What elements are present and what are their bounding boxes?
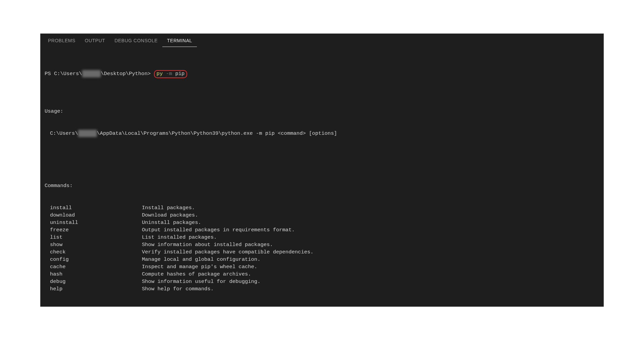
command-row-name: cache [45,263,142,270]
tab-debug-console[interactable]: DEBUG CONSOLE [110,35,162,47]
command-row-desc: Show information useful for debugging. [142,278,599,285]
command-row-desc: Compute hashes of package archives. [142,270,599,278]
command-row: helpShow help for commands. [45,285,599,293]
command-row-desc: Output installed packages in requirement… [142,226,599,234]
command-row-name: show [45,241,142,248]
tab-output[interactable]: OUTPUT [80,35,110,47]
command-row-name: download [45,212,142,219]
command-row-name: list [45,234,142,241]
command-row: configManage local and global configurat… [45,256,599,263]
command-row-desc: Uninstall packages. [142,219,599,226]
command-row-desc: Manage local and global configuration. [142,256,599,263]
cmd-m-flag: -m [163,71,175,77]
command-row: hashCompute hashes of package archives. [45,270,599,278]
redacted-username-2: ██████ [78,130,97,137]
usage-header: Usage: [45,108,599,115]
tab-problems[interactable]: PROBLEMS [43,35,80,47]
command-row-desc: Verify installed packages have compatibl… [142,248,599,256]
prompt-line: PS C:\Users\██████\Desktop\Python> py -m… [45,70,599,78]
command-row-desc: Install packages. [142,204,599,212]
tab-terminal[interactable]: TERMINAL [162,35,197,47]
command-row: showShow information about installed pac… [45,241,599,248]
usage-rest: \AppData\Local\Programs\Python\Python39\… [97,130,337,136]
command-row: uninstallUninstall packages. [45,219,599,226]
command-row-name: hash [45,270,142,278]
command-row: checkVerify installed packages have comp… [45,248,599,256]
command-row: freezeOutput installed packages in requi… [45,226,599,234]
commands-header: Commands: [45,182,599,189]
command-row: downloadDownload packages. [45,212,599,219]
command-row-name: freeze [45,226,142,234]
terminal-body[interactable]: PS C:\Users\██████\Desktop\Python> py -m… [41,47,603,307]
command-row: listList installed packages. [45,234,599,241]
command-row-name: help [45,285,142,293]
command-row-name: debug [45,278,142,285]
redacted-username: ██████ [82,70,101,77]
usage-prefix: C:\Users\ [50,130,78,136]
command-row-desc: Download packages. [142,212,599,219]
usage-line: C:\Users\██████\AppData\Local\Programs\P… [45,130,599,137]
cmd-py: py [157,71,163,77]
prompt-prefix: PS C:\Users\ [45,71,82,77]
command-row-name: uninstall [45,219,142,226]
command-row: debugShow information useful for debuggi… [45,278,599,285]
command-row-name: config [45,256,142,263]
command-row: cacheInspect and manage pip's wheel cach… [45,263,599,270]
command-row-desc: List installed packages. [142,234,599,241]
prompt-cwd: \Desktop\Python> [101,71,154,77]
command-row-desc: Show help for commands. [142,285,599,293]
command-row-name: check [45,248,142,256]
command-row-name: install [45,204,142,212]
cmd-pip: pip [175,71,184,77]
panel-tab-bar: PROBLEMS OUTPUT DEBUG CONSOLE TERMINAL [41,34,603,47]
command-row-desc: Inspect and manage pip's wheel cache. [142,263,599,270]
command-row: installInstall packages. [45,204,599,212]
command-row-desc: Show information about installed package… [142,241,599,248]
command-highlight: py -m pip [154,70,187,78]
terminal-window: PROBLEMS OUTPUT DEBUG CONSOLE TERMINAL P… [40,34,604,307]
commands-list: installInstall packages.downloadDownload… [45,204,599,293]
